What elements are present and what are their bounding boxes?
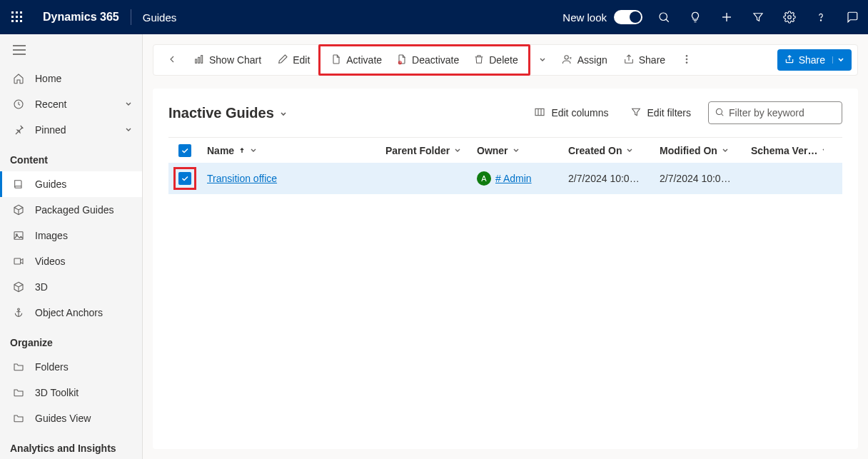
section-analytics: Analytics and Insights (0, 431, 142, 459)
deactivate-button[interactable]: Deactivate (389, 47, 466, 73)
chevron-down-icon (125, 99, 132, 110)
svg-rect-2 (20, 11, 22, 14)
search-icon[interactable] (648, 0, 680, 34)
activate-button[interactable]: Activate (323, 47, 389, 73)
nav-3d-toolkit[interactable]: 3D Toolkit (0, 380, 142, 405)
brand-label[interactable]: Dynamics 365 (34, 11, 128, 24)
column-created[interactable]: Created On (562, 145, 654, 156)
image-icon (12, 229, 25, 242)
cmd-label: Share (639, 54, 665, 66)
svg-rect-6 (11, 20, 14, 22)
svg-rect-8 (20, 20, 22, 22)
filter-icon[interactable] (742, 0, 774, 34)
svg-rect-4 (16, 16, 18, 18)
cmd-label: Delete (489, 54, 518, 66)
edit-filters-button[interactable]: Edit filters (626, 104, 695, 123)
search-input[interactable] (729, 107, 854, 118)
back-button[interactable] (159, 47, 185, 73)
search-box[interactable] (708, 101, 842, 124)
checkbox-checked-icon (178, 172, 191, 185)
view-header: Inactive Guides Edit columns Edit filter… (168, 101, 842, 124)
package-icon (12, 203, 25, 216)
search-icon (715, 107, 725, 119)
folder-icon (12, 386, 25, 399)
nav-recent[interactable]: Recent (0, 91, 142, 117)
new-look-toggle[interactable]: New look (562, 10, 642, 24)
more-vertical-icon (681, 54, 692, 67)
cmd-label: Share (799, 54, 825, 66)
column-modified[interactable]: Modified On (654, 145, 745, 156)
svg-point-31 (686, 55, 687, 56)
content-area: Inactive Guides Edit columns Edit filter… (153, 89, 858, 449)
command-bar: Show Chart Edit Activate Deactivate Dele… (153, 44, 858, 76)
chevron-down-icon (250, 145, 257, 156)
hamburger-icon[interactable] (0, 34, 142, 66)
delete-dropdown[interactable] (532, 47, 553, 73)
gear-icon[interactable] (774, 0, 805, 34)
overflow-button[interactable] (674, 47, 700, 73)
cmd-label: Edit (293, 54, 310, 66)
nav-3d[interactable]: 3D (0, 274, 142, 300)
select-all-checkbox[interactable] (168, 144, 201, 157)
view-title-text: Inactive Guides (168, 105, 274, 121)
nav-packaged-guides[interactable]: Packaged Guides (0, 197, 142, 223)
nav-guides[interactable]: Guides (0, 171, 142, 197)
highlighted-checkbox (173, 167, 196, 190)
delete-button[interactable]: Delete (466, 47, 525, 73)
section-content: Content (0, 143, 142, 171)
row-created: 2/7/2024 10:0… (562, 173, 654, 184)
add-icon[interactable] (711, 0, 742, 34)
view-title[interactable]: Inactive Guides (168, 105, 287, 121)
col-label: Name (207, 145, 234, 156)
nav-guides-view[interactable]: Guides View (0, 405, 142, 431)
nav-anchors[interactable]: Object Anchors (0, 300, 142, 326)
nav-pinned[interactable]: Pinned (0, 117, 142, 143)
chevron-down-icon (626, 145, 633, 156)
home-icon (12, 72, 25, 85)
owner-link[interactable]: # Admin (495, 173, 532, 184)
chat-icon[interactable] (837, 0, 868, 34)
app-name[interactable]: Guides (134, 11, 186, 24)
row-checkbox[interactable] (168, 167, 201, 190)
toggle-switch[interactable] (614, 10, 642, 24)
nav-videos[interactable]: Videos (0, 248, 142, 274)
chevron-down-icon (513, 145, 520, 156)
row-modified: 2/7/2024 10:0… (654, 173, 745, 184)
highlighted-commands: Activate Deactivate Delete (318, 44, 530, 76)
nav-label: Pinned (35, 124, 66, 136)
svg-rect-19 (14, 232, 23, 240)
row-name[interactable]: Transition office (201, 173, 380, 184)
column-name[interactable]: Name (201, 145, 380, 156)
nav-home[interactable]: Home (0, 66, 142, 91)
edit-columns-button[interactable]: Edit columns (530, 104, 612, 123)
help-icon[interactable] (805, 0, 837, 34)
nav-images[interactable]: Images (0, 223, 142, 248)
column-parent[interactable]: Parent Folder (380, 145, 471, 156)
svg-point-13 (788, 16, 792, 19)
edit-button[interactable]: Edit (270, 47, 317, 73)
chevron-down-icon[interactable] (832, 56, 844, 64)
share-primary-button[interactable]: Share (777, 49, 852, 71)
svg-rect-27 (201, 55, 203, 63)
svg-line-38 (721, 114, 723, 116)
table-row[interactable]: Transition office A # Admin 2/7/2024 10:… (168, 163, 842, 194)
svg-point-33 (686, 61, 687, 63)
nav-label: Object Anchors (35, 307, 103, 318)
sort-asc-icon (238, 145, 246, 156)
column-schema[interactable]: Schema Ver… (745, 145, 824, 156)
show-chart-button[interactable]: Show Chart (186, 47, 268, 73)
lightbulb-icon[interactable] (680, 0, 711, 34)
record-link[interactable]: Transition office (207, 173, 277, 184)
share-button[interactable]: Share (616, 47, 672, 73)
activate-icon (330, 54, 342, 67)
back-arrow-icon (166, 54, 178, 67)
assign-button[interactable]: Assign (555, 47, 615, 73)
waffle-icon[interactable] (0, 0, 34, 34)
assign-icon (562, 54, 573, 67)
svg-point-14 (820, 20, 821, 21)
nav-folders[interactable]: Folders (0, 354, 142, 380)
column-owner[interactable]: Owner (471, 145, 562, 156)
svg-rect-5 (20, 16, 22, 18)
nav-label: Packaged Guides (35, 204, 114, 216)
row-owner[interactable]: A # Admin (471, 171, 562, 186)
